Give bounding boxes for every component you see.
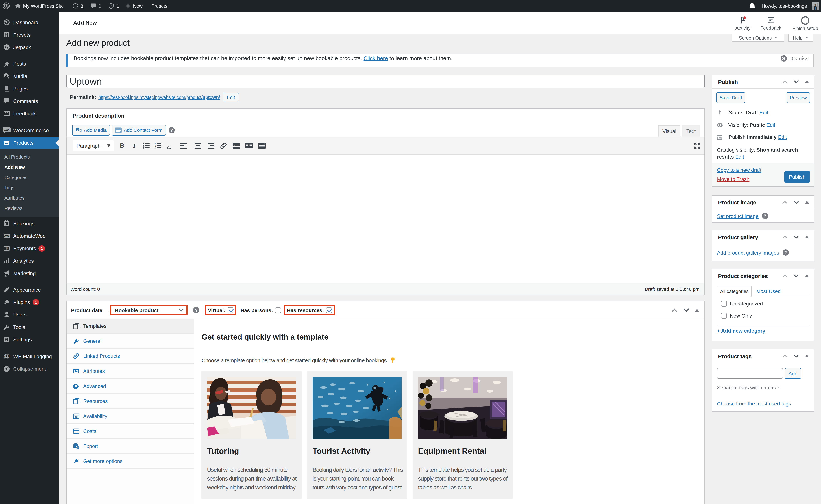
svg-text:AW: AW (4, 234, 9, 238)
svg-text:10: 10 (75, 416, 77, 418)
svg-text:3: 3 (155, 147, 156, 149)
svg-text:$: $ (6, 247, 8, 250)
svg-text:Woo: Woo (4, 129, 10, 131)
